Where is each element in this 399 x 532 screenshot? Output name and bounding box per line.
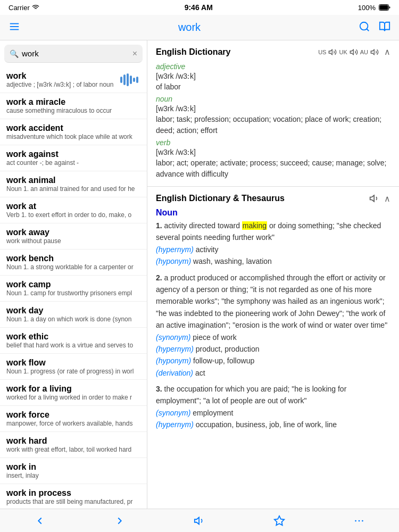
word-title: work a miracle [6, 97, 140, 107]
list-item[interactable]: work camp Noun 1. camp for trustworthy p… [0, 276, 147, 302]
synonym-2[interactable]: (synonym) [156, 333, 190, 342]
svg-point-21 [362, 520, 363, 521]
noun-pos-label: Noun [156, 208, 390, 218]
def-noun: labor; task; profession; occupation; voc… [156, 114, 390, 136]
word-title: work hard [6, 436, 140, 446]
list-item[interactable]: work for a living worked for a living wo… [0, 380, 147, 406]
audio-au-label: AU [360, 49, 368, 55]
battery-icon [379, 4, 390, 11]
phonetic-verb: [w3rk /w3ːk] [156, 148, 390, 156]
audio-us-icon[interactable] [328, 48, 337, 56]
word-title: work force [6, 410, 140, 420]
word-desc: insert, inlay [6, 472, 140, 479]
hypernym-1[interactable]: (hypernym) [156, 245, 194, 254]
hyponym-2[interactable]: (hyponym) [156, 356, 191, 365]
thesaurus-entry-3: 3. the occupation for which you are paid… [156, 383, 390, 431]
derivation-2[interactable]: (derivation) [156, 369, 193, 377]
list-item[interactable]: work against act counter -; be against - [0, 145, 147, 171]
left-panel: 🔍 × work adjective ; [w3rk /w3ːk] ; of l… [0, 40, 147, 509]
word-desc: belief that hard work is a virtue and se… [6, 342, 140, 349]
pos-noun: noun [156, 95, 390, 103]
battery-status: 100% [358, 4, 390, 12]
audio-au-icon[interactable] [370, 48, 379, 56]
svg-rect-8 [123, 74, 126, 85]
dict-section-title: English Dictionary [156, 47, 230, 57]
nav-title: work [178, 21, 201, 34]
forward-button[interactable] [108, 509, 131, 533]
right-panel: English Dictionary US UK [147, 40, 399, 509]
thesaurus-collapse-button[interactable]: ∧ [384, 194, 390, 204]
list-item[interactable]: work flow Noun 1. progress (or rate of p… [0, 354, 147, 380]
list-item[interactable]: work at Verb 1. to exert effort in order… [0, 197, 147, 223]
audio-uk-label: UK [339, 49, 347, 55]
word-desc: cause something miraculous to occur [6, 107, 140, 114]
word-list: work adjective ; [w3rk /w3ːk] ; of labor… [0, 67, 147, 509]
list-item[interactable]: work day Noun 1. a day on which work is … [0, 302, 147, 328]
word-title: work [6, 71, 113, 81]
word-title: work against [6, 149, 140, 159]
list-item[interactable]: work ethic belief that hard work is a vi… [0, 328, 147, 354]
svg-rect-11 [133, 78, 135, 82]
list-item[interactable]: work hard work with great effort, labor,… [0, 432, 147, 458]
status-bar: Carrier 9:46 AM 100% [0, 0, 399, 15]
list-item[interactable]: work in insert, inlay [0, 458, 147, 484]
word-title: work in [6, 462, 140, 472]
list-item[interactable]: work force manpower, force of workers av… [0, 406, 147, 432]
word-desc: Noun 1. an animal trained for and used f… [6, 185, 140, 193]
audio-wave-icon [119, 72, 140, 87]
synonym-3[interactable]: (synonym) [156, 409, 190, 417]
speaker-button[interactable] [188, 509, 211, 533]
word-desc: act counter -; be against - [6, 159, 140, 167]
audio-us-label: US [318, 49, 326, 55]
list-item[interactable]: work accident misadventure which took pl… [0, 119, 147, 145]
word-title: work accident [6, 123, 140, 133]
book-button[interactable] [379, 21, 390, 34]
word-title: work in process [6, 488, 140, 498]
search-mag-icon: 🔍 [10, 49, 19, 58]
bottom-toolbar [0, 509, 399, 532]
audio-buttons: US UK AU [318, 48, 379, 56]
thesaurus-audio-icon[interactable] [369, 193, 380, 204]
hypernym-2[interactable]: (hypernym) [156, 345, 194, 353]
phonetic-noun: [w3rk /w3ːk] [156, 104, 390, 113]
carrier-text: Carrier [9, 4, 39, 12]
clear-button[interactable]: × [132, 49, 137, 58]
star-button[interactable] [268, 509, 291, 533]
svg-rect-1 [380, 5, 388, 10]
list-item[interactable]: work away work without pause [0, 223, 147, 250]
word-desc: work without pause [6, 237, 140, 245]
svg-rect-12 [136, 77, 138, 83]
hypernym-3[interactable]: (hypernym) [156, 420, 194, 429]
dict-collapse-button[interactable]: ∧ [384, 47, 390, 57]
word-title: work animal [6, 176, 140, 185]
audio-uk-icon[interactable] [350, 48, 358, 56]
search-bar: 🔍 × [4, 45, 143, 63]
list-item[interactable]: work animal Noun 1. an animal trained fo… [0, 171, 147, 197]
word-desc: manpower, force of workers available, ha… [6, 420, 140, 427]
search-input[interactable] [22, 49, 129, 58]
menu-button[interactable] [9, 21, 20, 34]
pos-adjective: adjective [156, 62, 390, 71]
svg-rect-7 [120, 77, 122, 83]
svg-marker-14 [350, 49, 353, 54]
list-item[interactable]: work in process products that are still … [0, 484, 147, 509]
more-button[interactable] [347, 509, 371, 533]
search-button[interactable] [359, 21, 370, 34]
svg-rect-9 [127, 73, 129, 86]
word-desc: misadventure which took place while at w… [6, 133, 140, 140]
list-item[interactable]: work bench Noun 1. a strong worktable fo… [0, 250, 147, 276]
word-desc: work with great effort, labor, toil work… [6, 446, 140, 453]
back-button[interactable] [28, 509, 52, 533]
word-title: work flow [6, 358, 140, 368]
svg-rect-10 [130, 76, 132, 84]
list-item[interactable]: work adjective ; [w3rk /w3ːk] ; of labor… [0, 67, 147, 93]
list-item[interactable]: work a miracle cause something miraculou… [0, 93, 147, 119]
hyponym-1[interactable]: (hyponym) [156, 257, 191, 265]
nav-bar: work [0, 15, 399, 40]
svg-marker-18 [275, 516, 284, 525]
word-title: work for a living [6, 384, 140, 394]
thesaurus-section: English Dictionary & Thesaurus ∧ Noun 1.… [147, 187, 399, 509]
time-display: 9:46 AM [185, 3, 213, 12]
word-desc: Noun 1. camp for trustworthy prisoners e… [6, 289, 140, 297]
highlight-making: making [242, 221, 267, 230]
